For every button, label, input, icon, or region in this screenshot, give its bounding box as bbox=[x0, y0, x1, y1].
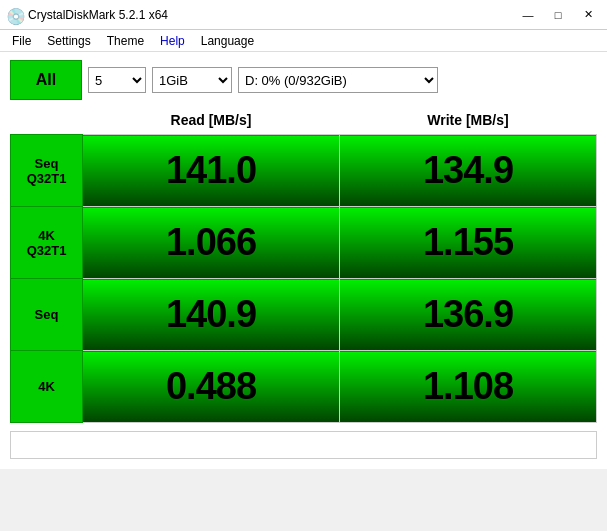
row-label: SeqQ32T1 bbox=[11, 135, 83, 207]
read-value: 141.0 bbox=[83, 135, 340, 207]
main-content: All 5 1 3 1GiB 512MiB 2GiB D: 0% (0/932G… bbox=[0, 52, 607, 469]
title-bar: 💿 CrystalDiskMark 5.2.1 x64 — □ ✕ bbox=[0, 0, 607, 30]
read-value: 0.488 bbox=[83, 351, 340, 423]
status-bar bbox=[10, 431, 597, 459]
write-value: 1.108 bbox=[340, 351, 597, 423]
read-value: 1.066 bbox=[83, 207, 340, 279]
menu-bar: File Settings Theme Help Language bbox=[0, 30, 607, 52]
title-bar-text: CrystalDiskMark 5.2.1 x64 bbox=[28, 8, 168, 22]
menu-help[interactable]: Help bbox=[152, 32, 193, 50]
table-row: 4K0.4881.108 bbox=[11, 351, 597, 423]
size-select[interactable]: 1GiB 512MiB 2GiB bbox=[152, 67, 232, 93]
th-write: Write [MB/s] bbox=[340, 108, 597, 135]
maximize-button[interactable]: □ bbox=[543, 5, 573, 25]
menu-theme[interactable]: Theme bbox=[99, 32, 152, 50]
write-value: 136.9 bbox=[340, 279, 597, 351]
table-row: SeqQ32T1141.0134.9 bbox=[11, 135, 597, 207]
title-bar-left: 💿 CrystalDiskMark 5.2.1 x64 bbox=[6, 7, 168, 23]
app-icon: 💿 bbox=[6, 7, 22, 23]
controls-row: All 5 1 3 1GiB 512MiB 2GiB D: 0% (0/932G… bbox=[10, 60, 597, 100]
write-value: 134.9 bbox=[340, 135, 597, 207]
menu-file[interactable]: File bbox=[4, 32, 39, 50]
read-value: 140.9 bbox=[83, 279, 340, 351]
row-label: Seq bbox=[11, 279, 83, 351]
results-table: Read [MB/s] Write [MB/s] SeqQ32T1141.013… bbox=[10, 108, 597, 423]
title-bar-controls: — □ ✕ bbox=[513, 5, 603, 25]
table-row: Seq140.9136.9 bbox=[11, 279, 597, 351]
menu-language[interactable]: Language bbox=[193, 32, 262, 50]
table-row: 4KQ32T11.0661.155 bbox=[11, 207, 597, 279]
all-button[interactable]: All bbox=[10, 60, 82, 100]
menu-settings[interactable]: Settings bbox=[39, 32, 98, 50]
runs-select[interactable]: 5 1 3 bbox=[88, 67, 146, 93]
th-empty bbox=[11, 108, 83, 135]
minimize-button[interactable]: — bbox=[513, 5, 543, 25]
drive-select[interactable]: D: 0% (0/932GiB) C: 50% (100/200GiB) bbox=[238, 67, 438, 93]
write-value: 1.155 bbox=[340, 207, 597, 279]
close-button[interactable]: ✕ bbox=[573, 5, 603, 25]
th-read: Read [MB/s] bbox=[83, 108, 340, 135]
row-label: 4KQ32T1 bbox=[11, 207, 83, 279]
row-label: 4K bbox=[11, 351, 83, 423]
